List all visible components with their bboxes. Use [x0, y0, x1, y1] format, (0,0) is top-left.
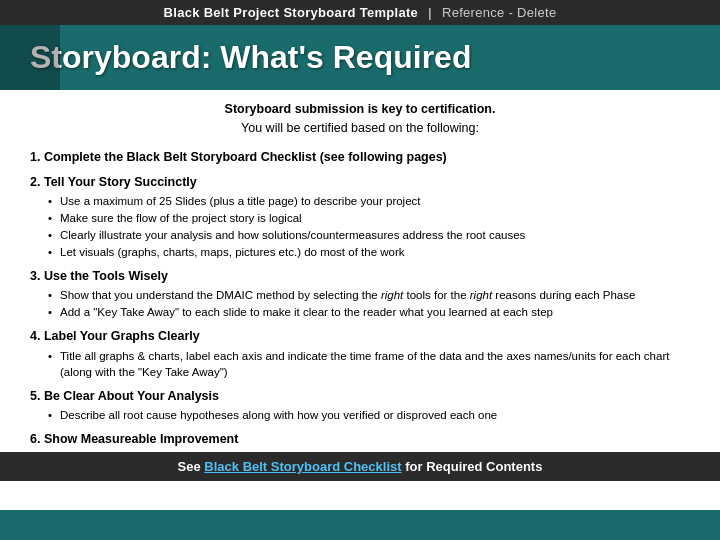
list-item: Use a maximum of 25 Slides (plus a title… — [48, 193, 690, 209]
list-item: Make sure the flow of the project story … — [48, 210, 690, 226]
section-6-heading: 6. Show Measureable Improvement — [30, 430, 690, 448]
section-5-bullets: Describe all root cause hypotheses along… — [30, 407, 690, 423]
header-ref-delete: Reference - Delete — [442, 5, 557, 20]
section-3-title: Use the Tools Wisely — [44, 269, 168, 283]
title-storyboard: Storyboard: — [30, 39, 211, 75]
section-1-heading: 1. Complete the Black Belt Storyboard Ch… — [30, 148, 690, 166]
footer-text-before: See — [178, 459, 205, 474]
subtitle: Storyboard submission is key to certific… — [30, 100, 690, 138]
section-5-title: Be Clear About Your Analysis — [44, 389, 219, 403]
section-6-title: Show Measureable Improvement — [44, 432, 239, 446]
list-item: Let visuals (graphs, charts, maps, pictu… — [48, 244, 690, 260]
footer-text-after: for Required Contents — [405, 459, 542, 474]
section-2: 2. Tell Your Story Succinctly Use a maxi… — [30, 173, 690, 261]
header-title: Black Belt Project Storyboard Template — [164, 5, 419, 20]
section-6-num: 6. — [30, 432, 40, 446]
section-4-heading: 4. Label Your Graphs Clearly — [30, 327, 690, 345]
title-whats-required: What's Required — [220, 39, 471, 75]
main-content: Black Belt Project Storyboard Template |… — [0, 0, 720, 481]
section-5-heading: 5. Be Clear About Your Analysis — [30, 387, 690, 405]
footer-checklist-link[interactable]: Black Belt Storyboard Checklist — [204, 459, 401, 474]
section-4: 4. Label Your Graphs Clearly Title all g… — [30, 327, 690, 379]
subtitle-line2: You will be certified based on the follo… — [241, 121, 479, 135]
title-section: Storyboard: What's Required — [0, 25, 720, 90]
list-item: Show that you understand the DMAIC metho… — [48, 287, 690, 303]
section-3: 3. Use the Tools Wisely Show that you un… — [30, 267, 690, 320]
bottom-decoration — [0, 510, 720, 540]
section-5-num: 5. — [30, 389, 40, 403]
section-1-num: 1. — [30, 150, 40, 164]
page-wrapper: Black Belt Project Storyboard Template |… — [0, 0, 720, 540]
section-4-title: Label Your Graphs Clearly — [44, 329, 200, 343]
section-3-heading: 3. Use the Tools Wisely — [30, 267, 690, 285]
section-2-num: 2. — [30, 175, 40, 189]
section-5: 5. Be Clear About Your Analysis Describe… — [30, 387, 690, 423]
page-title: Storyboard: What's Required — [20, 39, 700, 76]
list-item: Title all graphs & charts, label each ax… — [48, 348, 690, 380]
section-2-heading: 2. Tell Your Story Succinctly — [30, 173, 690, 191]
footer-bar: See Black Belt Storyboard Checklist for … — [0, 452, 720, 481]
section-1-title: Complete the Black Belt Storyboard Check… — [44, 150, 447, 164]
section-4-num: 4. — [30, 329, 40, 343]
list-item: Add a "Key Take Away" to each slide to m… — [48, 304, 690, 320]
section-2-title: Tell Your Story Succinctly — [44, 175, 197, 189]
section-1: 1. Complete the Black Belt Storyboard Ch… — [30, 148, 690, 166]
list-item: Describe all root cause hypotheses along… — [48, 407, 690, 423]
section-3-bullets: Show that you understand the DMAIC metho… — [30, 287, 690, 320]
header-bar: Black Belt Project Storyboard Template |… — [0, 0, 720, 25]
subtitle-line1: Storyboard submission is key to certific… — [225, 102, 496, 116]
header-separator: | — [428, 5, 432, 20]
section-2-bullets: Use a maximum of 25 Slides (plus a title… — [30, 193, 690, 260]
body-content: Storyboard submission is key to certific… — [0, 90, 720, 481]
list-item: Clearly illustrate your analysis and how… — [48, 227, 690, 243]
section-4-bullets: Title all graphs & charts, label each ax… — [30, 348, 690, 380]
section-3-num: 3. — [30, 269, 40, 283]
